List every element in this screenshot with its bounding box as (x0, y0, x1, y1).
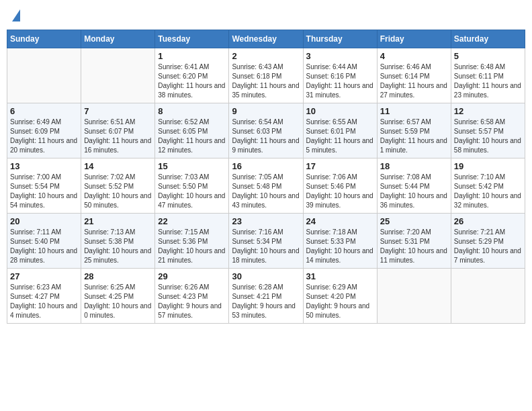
day-number: 22 (158, 216, 226, 226)
day-number: 27 (10, 271, 78, 281)
day-number: 14 (84, 161, 152, 171)
page-header (7, 7, 525, 24)
calendar-day-cell: 26Sunrise: 7:21 AM Sunset: 5:29 PM Dayli… (451, 214, 525, 269)
calendar-day-cell: 30Sunrise: 6:28 AM Sunset: 4:21 PM Dayli… (229, 269, 303, 324)
calendar-day-cell: 11Sunrise: 6:57 AM Sunset: 5:59 PM Dayli… (377, 103, 451, 158)
day-info: Sunrise: 6:29 AM Sunset: 4:20 PM Dayligh… (306, 283, 374, 320)
day-info: Sunrise: 7:21 AM Sunset: 5:29 PM Dayligh… (454, 228, 522, 265)
day-info: Sunrise: 6:25 AM Sunset: 4:25 PM Dayligh… (84, 283, 152, 320)
calendar-header-row: SundayMondayTuesdayWednesdayThursdayFrid… (7, 30, 525, 48)
day-number: 17 (306, 161, 374, 171)
calendar-day-cell: 3Sunrise: 6:44 AM Sunset: 6:16 PM Daylig… (303, 48, 377, 103)
day-info: Sunrise: 7:11 AM Sunset: 5:40 PM Dayligh… (10, 228, 78, 265)
logo (11, 9, 20, 21)
day-info: Sunrise: 7:10 AM Sunset: 5:42 PM Dayligh… (454, 173, 522, 210)
day-number: 18 (380, 161, 448, 171)
day-number: 1 (158, 51, 226, 61)
day-number: 5 (454, 51, 522, 61)
day-info: Sunrise: 7:05 AM Sunset: 5:48 PM Dayligh… (232, 173, 300, 210)
day-number: 7 (84, 106, 152, 116)
day-of-week-header: Friday (377, 30, 451, 48)
day-number: 29 (158, 271, 226, 281)
day-info: Sunrise: 6:41 AM Sunset: 6:20 PM Dayligh… (158, 62, 226, 100)
day-info: Sunrise: 7:20 AM Sunset: 5:31 PM Dayligh… (380, 228, 448, 265)
day-info: Sunrise: 7:15 AM Sunset: 5:36 PM Dayligh… (158, 228, 226, 265)
calendar-day-cell: 17Sunrise: 7:06 AM Sunset: 5:46 PM Dayli… (303, 158, 377, 214)
calendar-day-cell: 25Sunrise: 7:20 AM Sunset: 5:31 PM Dayli… (377, 214, 451, 269)
day-info: Sunrise: 7:00 AM Sunset: 5:54 PM Dayligh… (10, 173, 78, 210)
day-info: Sunrise: 7:06 AM Sunset: 5:46 PM Dayligh… (306, 173, 374, 210)
calendar-day-cell: 5Sunrise: 6:48 AM Sunset: 6:11 PM Daylig… (451, 48, 525, 103)
calendar-day-cell: 10Sunrise: 6:55 AM Sunset: 6:01 PM Dayli… (303, 103, 377, 158)
calendar-day-cell: 24Sunrise: 7:18 AM Sunset: 5:33 PM Dayli… (303, 214, 377, 269)
calendar-day-cell: 14Sunrise: 7:02 AM Sunset: 5:52 PM Dayli… (81, 158, 155, 214)
calendar-day-cell: 18Sunrise: 7:08 AM Sunset: 5:44 PM Dayli… (377, 158, 451, 214)
calendar-day-cell: 4Sunrise: 6:46 AM Sunset: 6:14 PM Daylig… (377, 48, 451, 103)
calendar-day-cell (7, 48, 81, 103)
day-info: Sunrise: 6:51 AM Sunset: 6:07 PM Dayligh… (84, 118, 152, 155)
day-info: Sunrise: 7:08 AM Sunset: 5:44 PM Dayligh… (380, 173, 448, 210)
day-number: 16 (232, 161, 300, 171)
day-of-week-header: Saturday (451, 30, 525, 48)
calendar-week-row: 1Sunrise: 6:41 AM Sunset: 6:20 PM Daylig… (7, 48, 525, 103)
day-number: 26 (454, 216, 522, 226)
day-info: Sunrise: 6:23 AM Sunset: 4:27 PM Dayligh… (10, 283, 78, 320)
day-number: 4 (380, 51, 448, 61)
calendar-day-cell: 6Sunrise: 6:49 AM Sunset: 6:09 PM Daylig… (7, 103, 81, 158)
calendar-day-cell: 13Sunrise: 7:00 AM Sunset: 5:54 PM Dayli… (7, 158, 81, 214)
calendar-day-cell: 22Sunrise: 7:15 AM Sunset: 5:36 PM Dayli… (155, 214, 229, 269)
day-info: Sunrise: 6:49 AM Sunset: 6:09 PM Dayligh… (10, 118, 78, 155)
day-of-week-header: Wednesday (229, 30, 303, 48)
day-info: Sunrise: 6:48 AM Sunset: 6:11 PM Dayligh… (454, 62, 522, 100)
calendar-week-row: 13Sunrise: 7:00 AM Sunset: 5:54 PM Dayli… (7, 158, 525, 214)
calendar-table: SundayMondayTuesdayWednesdayThursdayFrid… (7, 30, 525, 324)
day-number: 24 (306, 216, 374, 226)
day-of-week-header: Monday (81, 30, 155, 48)
day-info: Sunrise: 6:26 AM Sunset: 4:23 PM Dayligh… (158, 283, 226, 320)
calendar-day-cell: 16Sunrise: 7:05 AM Sunset: 5:48 PM Dayli… (229, 158, 303, 214)
calendar-day-cell (377, 269, 451, 324)
day-info: Sunrise: 6:28 AM Sunset: 4:21 PM Dayligh… (232, 283, 300, 320)
day-info: Sunrise: 6:54 AM Sunset: 6:03 PM Dayligh… (232, 118, 300, 155)
day-number: 13 (10, 161, 78, 171)
calendar-day-cell: 31Sunrise: 6:29 AM Sunset: 4:20 PM Dayli… (303, 269, 377, 324)
calendar-week-row: 6Sunrise: 6:49 AM Sunset: 6:09 PM Daylig… (7, 103, 525, 158)
day-of-week-header: Thursday (303, 30, 377, 48)
calendar-day-cell (81, 48, 155, 103)
day-number: 3 (306, 51, 374, 61)
day-of-week-header: Tuesday (155, 30, 229, 48)
calendar-day-cell: 20Sunrise: 7:11 AM Sunset: 5:40 PM Dayli… (7, 214, 81, 269)
calendar-day-cell: 27Sunrise: 6:23 AM Sunset: 4:27 PM Dayli… (7, 269, 81, 324)
calendar-day-cell: 12Sunrise: 6:58 AM Sunset: 5:57 PM Dayli… (451, 103, 525, 158)
calendar-day-cell: 9Sunrise: 6:54 AM Sunset: 6:03 PM Daylig… (229, 103, 303, 158)
day-info: Sunrise: 6:43 AM Sunset: 6:18 PM Dayligh… (232, 62, 300, 100)
day-number: 9 (232, 106, 300, 116)
day-info: Sunrise: 7:03 AM Sunset: 5:50 PM Dayligh… (158, 173, 226, 210)
calendar-day-cell: 1Sunrise: 6:41 AM Sunset: 6:20 PM Daylig… (155, 48, 229, 103)
calendar-week-row: 27Sunrise: 6:23 AM Sunset: 4:27 PM Dayli… (7, 269, 525, 324)
day-info: Sunrise: 6:57 AM Sunset: 5:59 PM Dayligh… (380, 118, 448, 155)
calendar-day-cell: 7Sunrise: 6:51 AM Sunset: 6:07 PM Daylig… (81, 103, 155, 158)
day-number: 11 (380, 106, 448, 116)
day-info: Sunrise: 7:18 AM Sunset: 5:33 PM Dayligh… (306, 228, 374, 265)
day-number: 6 (10, 106, 78, 116)
day-number: 15 (158, 161, 226, 171)
day-number: 8 (158, 106, 226, 116)
day-number: 31 (306, 271, 374, 281)
calendar-day-cell: 19Sunrise: 7:10 AM Sunset: 5:42 PM Dayli… (451, 158, 525, 214)
day-info: Sunrise: 6:44 AM Sunset: 6:16 PM Dayligh… (306, 62, 374, 100)
day-number: 21 (84, 216, 152, 226)
day-number: 28 (84, 271, 152, 281)
day-number: 23 (232, 216, 300, 226)
day-info: Sunrise: 6:55 AM Sunset: 6:01 PM Dayligh… (306, 118, 374, 155)
day-info: Sunrise: 7:02 AM Sunset: 5:52 PM Dayligh… (84, 173, 152, 210)
calendar-day-cell: 29Sunrise: 6:26 AM Sunset: 4:23 PM Dayli… (155, 269, 229, 324)
day-info: Sunrise: 6:52 AM Sunset: 6:05 PM Dayligh… (158, 118, 226, 155)
calendar-day-cell: 28Sunrise: 6:25 AM Sunset: 4:25 PM Dayli… (81, 269, 155, 324)
calendar-day-cell (451, 269, 525, 324)
day-info: Sunrise: 7:13 AM Sunset: 5:38 PM Dayligh… (84, 228, 152, 265)
calendar-day-cell: 15Sunrise: 7:03 AM Sunset: 5:50 PM Dayli… (155, 158, 229, 214)
calendar-day-cell: 21Sunrise: 7:13 AM Sunset: 5:38 PM Dayli… (81, 214, 155, 269)
day-number: 12 (454, 106, 522, 116)
day-number: 10 (306, 106, 374, 116)
